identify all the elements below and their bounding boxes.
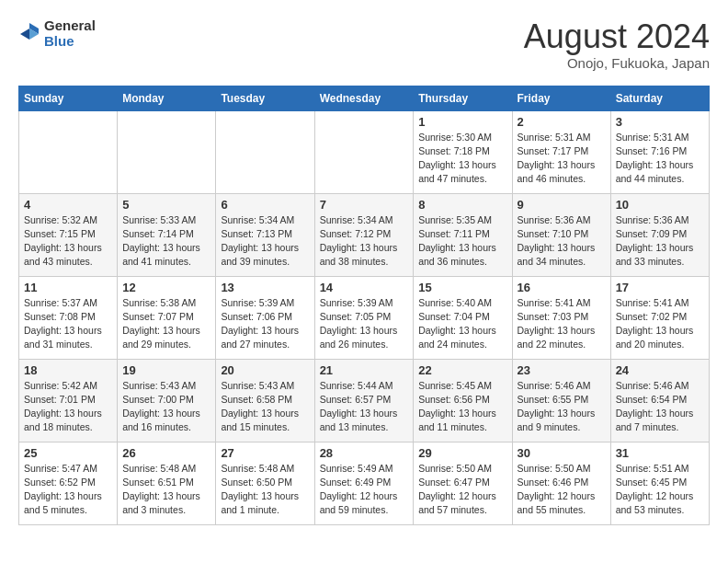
- day-info: Sunrise: 5:43 AMSunset: 6:58 PMDaylight:…: [221, 379, 309, 435]
- calendar-cell: 31Sunrise: 5:51 AMSunset: 6:45 PMDayligh…: [610, 442, 709, 524]
- day-number: 30: [518, 446, 606, 460]
- day-info: Sunrise: 5:50 AMSunset: 6:46 PMDaylight:…: [518, 462, 606, 518]
- day-info: Sunrise: 5:40 AMSunset: 7:04 PMDaylight:…: [418, 296, 506, 352]
- calendar-cell: 26Sunrise: 5:48 AMSunset: 6:51 PMDayligh…: [118, 442, 216, 524]
- calendar-cell: 25Sunrise: 5:47 AMSunset: 6:52 PMDayligh…: [19, 442, 118, 524]
- calendar-cell: 28Sunrise: 5:49 AMSunset: 6:49 PMDayligh…: [314, 442, 414, 524]
- day-number: 21: [320, 363, 409, 377]
- day-number: 11: [24, 281, 112, 294]
- day-number: 28: [320, 446, 409, 460]
- logo-general-text: General: [44, 18, 96, 34]
- day-info: Sunrise: 5:34 AMSunset: 7:13 PMDaylight:…: [221, 213, 309, 270]
- calendar-cell: [19, 110, 118, 193]
- calendar-cell: 22Sunrise: 5:45 AMSunset: 6:56 PMDayligh…: [414, 359, 512, 442]
- calendar-cell: 27Sunrise: 5:48 AMSunset: 6:50 PMDayligh…: [216, 442, 314, 524]
- day-number: 8: [418, 198, 506, 212]
- calendar-cell: 24Sunrise: 5:46 AMSunset: 6:54 PMDayligh…: [610, 359, 709, 442]
- day-number: 26: [122, 446, 210, 460]
- calendar-week-row: 1Sunrise: 5:30 AMSunset: 7:18 PMDaylight…: [19, 110, 710, 193]
- calendar-cell: 20Sunrise: 5:43 AMSunset: 6:58 PMDayligh…: [216, 359, 314, 442]
- day-info: Sunrise: 5:37 AMSunset: 7:08 PMDaylight:…: [24, 296, 112, 352]
- day-number: 29: [418, 446, 506, 460]
- calendar-cell: 5Sunrise: 5:33 AMSunset: 7:14 PMDaylight…: [118, 193, 216, 276]
- day-info: Sunrise: 5:39 AMSunset: 7:05 PMDaylight:…: [320, 296, 409, 352]
- weekday-header-row: SundayMondayTuesdayWednesdayThursdayFrid…: [19, 86, 710, 110]
- calendar-cell: [118, 110, 216, 193]
- day-info: Sunrise: 5:50 AMSunset: 6:47 PMDaylight:…: [418, 462, 506, 518]
- day-number: 5: [122, 198, 210, 212]
- calendar-cell: [216, 110, 314, 193]
- day-info: Sunrise: 5:46 AMSunset: 6:54 PMDaylight:…: [616, 379, 704, 435]
- calendar-cell: 18Sunrise: 5:42 AMSunset: 7:01 PMDayligh…: [19, 359, 118, 442]
- weekday-header-sunday: Sunday: [19, 86, 118, 110]
- day-info: Sunrise: 5:42 AMSunset: 7:01 PMDaylight:…: [24, 379, 112, 435]
- day-number: 14: [320, 281, 409, 294]
- calendar-cell: 19Sunrise: 5:43 AMSunset: 7:00 PMDayligh…: [118, 359, 216, 442]
- calendar-cell: 14Sunrise: 5:39 AMSunset: 7:05 PMDayligh…: [314, 276, 414, 359]
- day-info: Sunrise: 5:36 AMSunset: 7:10 PMDaylight:…: [518, 213, 606, 270]
- day-number: 22: [418, 363, 506, 377]
- day-number: 25: [24, 446, 112, 460]
- calendar-header: SundayMondayTuesdayWednesdayThursdayFrid…: [19, 86, 710, 110]
- calendar-week-row: 18Sunrise: 5:42 AMSunset: 7:01 PMDayligh…: [19, 359, 710, 442]
- day-number: 10: [616, 198, 704, 212]
- weekday-header-saturday: Saturday: [610, 86, 709, 110]
- day-info: Sunrise: 5:41 AMSunset: 7:02 PMDaylight:…: [616, 296, 704, 352]
- calendar-body: 1Sunrise: 5:30 AMSunset: 7:18 PMDaylight…: [19, 110, 710, 524]
- day-info: Sunrise: 5:30 AMSunset: 7:18 PMDaylight:…: [418, 131, 506, 187]
- day-number: 1: [418, 115, 506, 129]
- day-info: Sunrise: 5:46 AMSunset: 6:55 PMDaylight:…: [518, 379, 606, 435]
- day-info: Sunrise: 5:39 AMSunset: 7:06 PMDaylight:…: [221, 296, 309, 352]
- weekday-header-tuesday: Tuesday: [216, 86, 314, 110]
- calendar-cell: 7Sunrise: 5:34 AMSunset: 7:12 PMDaylight…: [314, 193, 414, 276]
- day-info: Sunrise: 5:44 AMSunset: 6:57 PMDaylight:…: [320, 379, 409, 435]
- day-info: Sunrise: 5:38 AMSunset: 7:07 PMDaylight:…: [122, 296, 210, 352]
- calendar-table: SundayMondayTuesdayWednesdayThursdayFrid…: [18, 86, 710, 525]
- day-number: 19: [122, 363, 210, 377]
- day-info: Sunrise: 5:48 AMSunset: 6:51 PMDaylight:…: [122, 462, 210, 518]
- logo: General Blue: [18, 18, 96, 49]
- calendar-week-row: 25Sunrise: 5:47 AMSunset: 6:52 PMDayligh…: [19, 442, 710, 524]
- day-info: Sunrise: 5:48 AMSunset: 6:50 PMDaylight:…: [221, 462, 309, 518]
- day-number: 7: [320, 198, 409, 212]
- day-info: Sunrise: 5:41 AMSunset: 7:03 PMDaylight:…: [518, 296, 606, 352]
- calendar-cell: 23Sunrise: 5:46 AMSunset: 6:55 PMDayligh…: [512, 359, 610, 442]
- calendar-cell: 2Sunrise: 5:31 AMSunset: 7:17 PMDaylight…: [512, 110, 610, 193]
- location-subtitle: Onojo, Fukuoka, Japan: [524, 55, 710, 71]
- calendar-cell: 29Sunrise: 5:50 AMSunset: 6:47 PMDayligh…: [414, 442, 512, 524]
- day-number: 9: [518, 198, 606, 212]
- day-number: 12: [122, 281, 210, 294]
- day-info: Sunrise: 5:32 AMSunset: 7:15 PMDaylight:…: [24, 213, 112, 270]
- day-info: Sunrise: 5:36 AMSunset: 7:09 PMDaylight:…: [616, 213, 704, 270]
- page-header: General Blue August 2024 Onojo, Fukuoka,…: [18, 18, 710, 71]
- day-number: 17: [616, 281, 704, 294]
- day-number: 6: [221, 198, 309, 212]
- day-number: 20: [221, 363, 309, 377]
- calendar-week-row: 11Sunrise: 5:37 AMSunset: 7:08 PMDayligh…: [19, 276, 710, 359]
- calendar-cell: 15Sunrise: 5:40 AMSunset: 7:04 PMDayligh…: [414, 276, 512, 359]
- day-number: 31: [616, 446, 704, 460]
- weekday-header-monday: Monday: [118, 86, 216, 110]
- svg-marker-2: [20, 29, 29, 40]
- day-number: 27: [221, 446, 309, 460]
- day-info: Sunrise: 5:47 AMSunset: 6:52 PMDaylight:…: [24, 462, 112, 518]
- logo-icon: [18, 21, 40, 47]
- calendar-cell: 12Sunrise: 5:38 AMSunset: 7:07 PMDayligh…: [118, 276, 216, 359]
- calendar-cell: 3Sunrise: 5:31 AMSunset: 7:16 PMDaylight…: [610, 110, 709, 193]
- calendar-cell: 11Sunrise: 5:37 AMSunset: 7:08 PMDayligh…: [19, 276, 118, 359]
- day-number: 4: [24, 198, 112, 212]
- day-number: 15: [418, 281, 506, 294]
- calendar-cell: 16Sunrise: 5:41 AMSunset: 7:03 PMDayligh…: [512, 276, 610, 359]
- calendar-cell: 6Sunrise: 5:34 AMSunset: 7:13 PMDaylight…: [216, 193, 314, 276]
- calendar-cell: 21Sunrise: 5:44 AMSunset: 6:57 PMDayligh…: [314, 359, 414, 442]
- logo-blue-text: Blue: [44, 34, 96, 50]
- weekday-header-thursday: Thursday: [414, 86, 512, 110]
- day-info: Sunrise: 5:45 AMSunset: 6:56 PMDaylight:…: [418, 379, 506, 435]
- day-info: Sunrise: 5:49 AMSunset: 6:49 PMDaylight:…: [320, 462, 409, 518]
- day-number: 18: [24, 363, 112, 377]
- day-info: Sunrise: 5:34 AMSunset: 7:12 PMDaylight:…: [320, 213, 409, 270]
- calendar-week-row: 4Sunrise: 5:32 AMSunset: 7:15 PMDaylight…: [19, 193, 710, 276]
- logo-text: General Blue: [44, 18, 96, 49]
- calendar-cell: 4Sunrise: 5:32 AMSunset: 7:15 PMDaylight…: [19, 193, 118, 276]
- day-number: 16: [518, 281, 606, 294]
